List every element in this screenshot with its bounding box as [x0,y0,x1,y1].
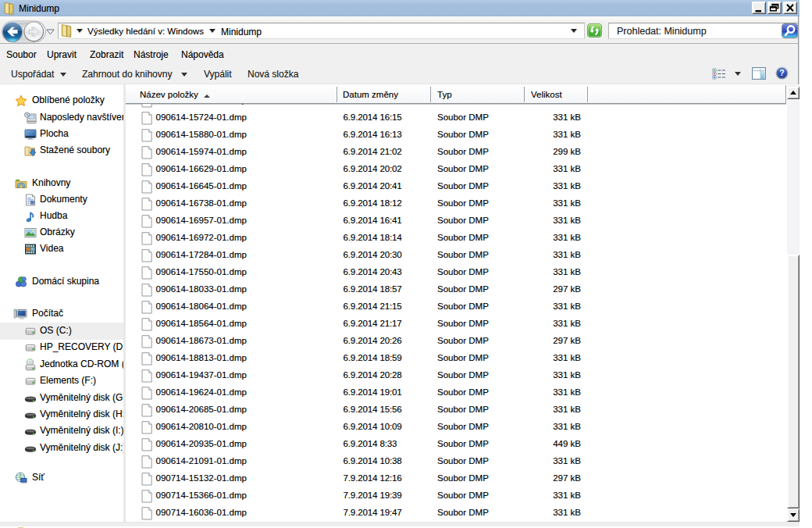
svg-text:?: ? [779,68,784,77]
